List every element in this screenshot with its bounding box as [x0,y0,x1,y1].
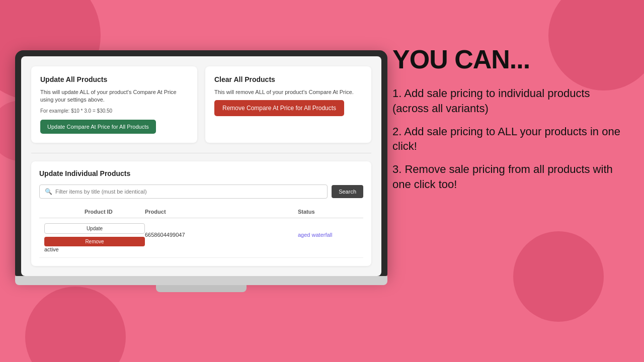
laptop-screen-inner: Update All Products This will update ALL… [21,56,381,276]
update-all-button[interactable]: Update Compare At Price for All Products [40,120,156,134]
laptop-base [15,276,387,285]
list-item-1: 1. Add sale pricing to individual produc… [392,86,624,116]
right-panel: YOU CAN... 1. Add sale pricing to indivi… [392,45,624,200]
laptop: Update All Products This will update ALL… [15,50,387,292]
laptop-screen-outer: Update All Products This will update ALL… [15,50,387,276]
btn-actions: Update Remove [44,223,145,246]
product-link[interactable]: aged waterfall [298,232,333,238]
list-item-3: 3. Remove sale pricing from all products… [392,162,624,192]
search-input[interactable] [55,189,322,195]
divider [31,153,371,153]
main-title: YOU CAN... [392,45,624,74]
search-button[interactable]: Search [332,185,363,198]
list-item-2-text: 2. Add sale pricing to ALL your products… [392,125,620,153]
table-cell-actions: Update Remove [44,223,145,246]
table-row: Update Remove 6658604499047 aged waterfa… [39,218,363,258]
list-item-1-text: 1. Add sale pricing to individual produc… [392,87,590,115]
feature-list: 1. Add sale pricing to individual produc… [392,86,624,192]
update-all-card: Update All Products This will update ALL… [31,66,197,143]
table-cell-product-name: aged waterfall [298,232,358,238]
clear-all-card-title: Clear All Products [214,75,362,83]
search-input-wrap: 🔍 [39,185,328,199]
cards-row: Update All Products This will update ALL… [31,66,371,143]
table-header: Product ID Product Status [39,206,363,218]
update-product-button[interactable]: Update [44,223,145,234]
update-all-card-desc: This will update ALL of your product's C… [40,88,188,104]
remove-product-button[interactable]: Remove [44,237,145,246]
bg-circle-bottomleft [25,287,126,362]
clear-all-card: Clear All Products This will remove ALL … [205,66,371,143]
search-icon: 🔍 [45,188,52,195]
individual-section-title: Update Individual Products [39,169,363,177]
list-item-2: 2. Add sale pricing to ALL your products… [392,124,624,154]
table-cell-status: active [44,246,145,252]
col-header-status: Status [298,209,358,215]
update-all-card-title: Update All Products [40,75,188,83]
col-header-product: Product [145,209,298,215]
laptop-stand [156,285,247,292]
table-cell-product-id: 6658604499047 [145,232,298,238]
app-content: Update All Products This will update ALL… [31,66,371,266]
update-all-card-example: For example: $10 * 3.0 = $30.50 [40,108,188,114]
individual-products-section: Update Individual Products 🔍 Search Prod… [31,161,371,266]
list-item-3-text: 3. Remove sale pricing from all products… [392,163,613,191]
search-row: 🔍 Search [39,185,363,199]
col-header-product-id: Product ID [44,209,145,215]
bg-circle-bottomright [513,231,604,322]
clear-all-card-desc: This will remove ALL of your product's C… [214,88,362,96]
remove-compare-button[interactable]: Remove Compare At Price for All Products [214,100,344,116]
